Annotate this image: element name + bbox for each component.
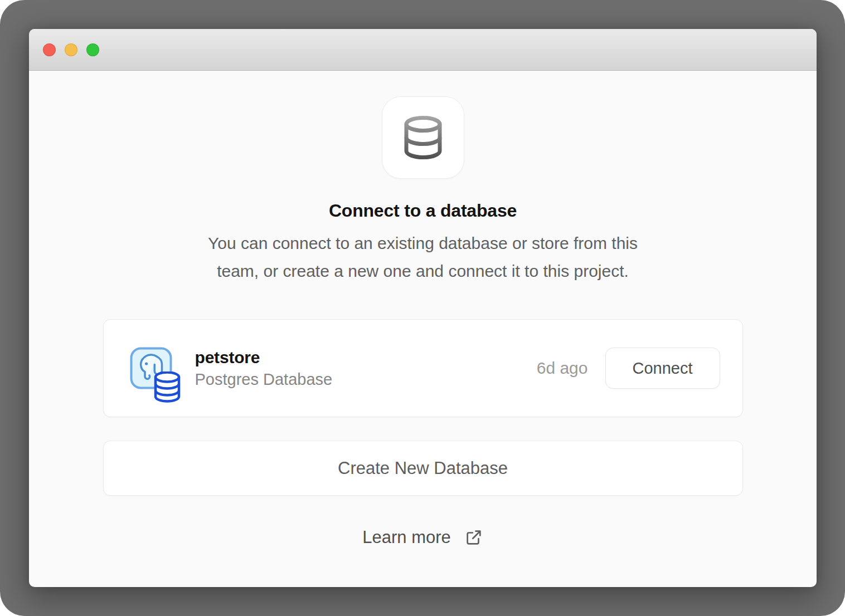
database-type: Postgres Database	[195, 370, 333, 388]
dialog-title: Connect to a database	[329, 199, 517, 222]
database-hero-card	[382, 96, 464, 179]
postgres-elephant-icon	[130, 347, 172, 389]
postgres-database-cylinder-icon	[153, 371, 181, 404]
database-name: petstore	[195, 349, 333, 366]
learn-more-link[interactable]: Learn more	[362, 527, 483, 547]
database-icon	[402, 116, 444, 159]
zoom-window-button[interactable]	[86, 43, 99, 56]
dialog-description: You can connect to an existing database …	[208, 229, 638, 285]
dialog-description-line-2: team, or create a new one and connect it…	[208, 257, 638, 285]
traffic-lights	[43, 43, 99, 56]
database-info: petstore Postgres Database	[195, 349, 333, 388]
database-last-updated: 6d ago	[537, 359, 588, 378]
learn-more-label: Learn more	[362, 527, 451, 547]
dialog-window: Connect to a database You can connect to…	[29, 29, 817, 587]
create-new-database-button[interactable]: Create New Database	[103, 441, 743, 496]
dialog-content: Connect to a database You can connect to…	[29, 71, 817, 587]
minimize-window-button[interactable]	[65, 43, 77, 56]
external-link-icon	[464, 528, 483, 547]
connect-button[interactable]: Connect	[605, 348, 720, 389]
desktop-background: Connect to a database You can connect to…	[0, 0, 845, 616]
dialog-description-line-1: You can connect to an existing database …	[208, 229, 638, 257]
close-window-button[interactable]	[43, 43, 56, 56]
window-titlebar[interactable]	[29, 29, 817, 71]
database-list-item: petstore Postgres Database 6d ago Connec…	[103, 319, 743, 417]
